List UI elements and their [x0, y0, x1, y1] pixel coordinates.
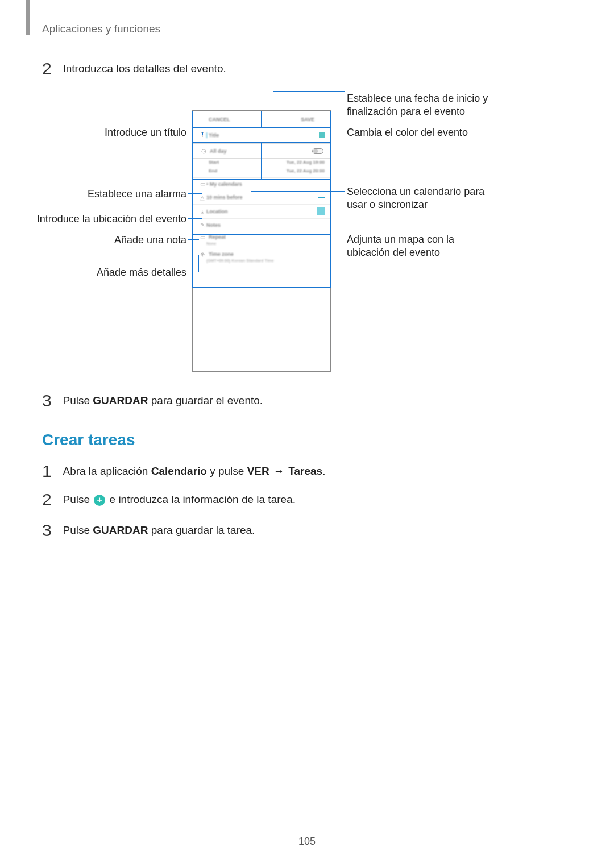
task-step-3: 3 Pulse GUARDAR para guardar la tarea.	[42, 521, 255, 540]
leader-line	[251, 191, 345, 192]
task-step-1: 1 Abra la aplicación Calendario y pulse …	[42, 462, 325, 481]
leader-line	[188, 193, 202, 194]
note-icon: ✎	[198, 222, 206, 228]
location-label: Location	[206, 209, 228, 214]
repeat-label: Repeat	[209, 234, 226, 240]
step-number: 2	[42, 59, 58, 78]
globe-icon: ⊕	[198, 251, 206, 258]
pin-icon: ⍟	[198, 209, 206, 215]
reminder-label: 10 mins before	[206, 194, 243, 200]
callout-location: Introduce la ubicación del evento	[0, 213, 186, 226]
step-text: Pulse GUARDAR para guardar la tarea.	[63, 524, 255, 536]
leader-line	[188, 132, 202, 132]
leader-line	[330, 239, 345, 239]
section-heading-crear-tareas: Crear tareas	[42, 431, 135, 449]
event-editor-screenshot: CANCEL SAVE T Title ◷ All day StartTue, …	[192, 110, 331, 372]
start-end-block: StartTue, 22 Aug 19:00 EndTue, 22 Aug 20…	[193, 159, 330, 177]
leader-line	[198, 255, 199, 272]
map-thumbnail-icon	[317, 207, 325, 215]
breadcrumb: Aplicaciones y funciones	[42, 23, 160, 35]
title-field: Title	[206, 132, 219, 138]
header-accent-bar	[26, 0, 30, 35]
callout-date: Establece una fecha de inicio y finaliza…	[347, 92, 495, 119]
callout-title: Introduce un título	[0, 126, 186, 139]
clock-icon: ◷	[200, 148, 208, 154]
step-number: 1	[42, 462, 58, 481]
step-enter-details: 2 Introduzca los detalles del evento.	[42, 59, 226, 78]
plus-icon: +	[94, 495, 105, 506]
timezone-sub: (GMT+09:00) Korean Standard Time	[206, 259, 330, 263]
leader-line	[202, 132, 203, 135]
cancel-button-label: CANCEL	[209, 117, 230, 122]
notes-label: Notes	[206, 222, 221, 228]
leader-line	[188, 239, 199, 240]
repeat-icon: ▭	[198, 234, 206, 240]
leader-line	[330, 132, 345, 132]
task-step-2: 2 Pulse + e introduzca la información de…	[42, 490, 296, 509]
step-number: 2	[42, 490, 58, 509]
leader-line	[202, 218, 202, 223]
leader-line	[188, 218, 202, 219]
leader-line	[273, 91, 273, 111]
step-text: Pulse GUARDAR para guardar el evento.	[63, 394, 263, 406]
minus-icon: —	[318, 193, 325, 201]
callout-map: Adjunta un mapa con la ubicación del eve…	[347, 233, 495, 260]
leader-line	[330, 223, 330, 239]
page-number: 105	[0, 836, 614, 848]
callout-color: Cambia el color del evento	[347, 126, 495, 139]
step-save-event: 3 Pulse GUARDAR para guardar el evento.	[42, 391, 263, 410]
leader-line	[202, 193, 202, 206]
callout-alarm: Establece una alarma	[0, 188, 186, 201]
step-text: Introduzca los detalles del evento.	[63, 63, 226, 74]
allday-toggle	[312, 148, 323, 154]
step-number: 3	[42, 391, 58, 410]
repeat-sub: None	[206, 242, 330, 246]
calendar-icon: ▭	[198, 181, 206, 187]
save-button-label: SAVE	[301, 117, 314, 122]
step-number: 3	[42, 521, 58, 540]
calendar-label: • My calendars	[206, 181, 242, 187]
leader-line	[188, 272, 199, 272]
leader-line	[273, 91, 345, 92]
step-text: Abra la aplicación Calendario y pulse VE…	[63, 465, 325, 477]
step-text: Pulse + e introduzca la información de l…	[63, 493, 296, 505]
color-swatch	[319, 132, 325, 138]
timezone-label: Time zone	[209, 251, 234, 258]
bell-icon: △	[198, 194, 206, 201]
callout-more: Añade más detalles	[0, 266, 186, 279]
allday-label: All day	[210, 148, 227, 154]
callout-calendar: Selecciona un calendario para usar o sin…	[347, 185, 495, 212]
callout-note: Añade una nota	[0, 234, 186, 247]
